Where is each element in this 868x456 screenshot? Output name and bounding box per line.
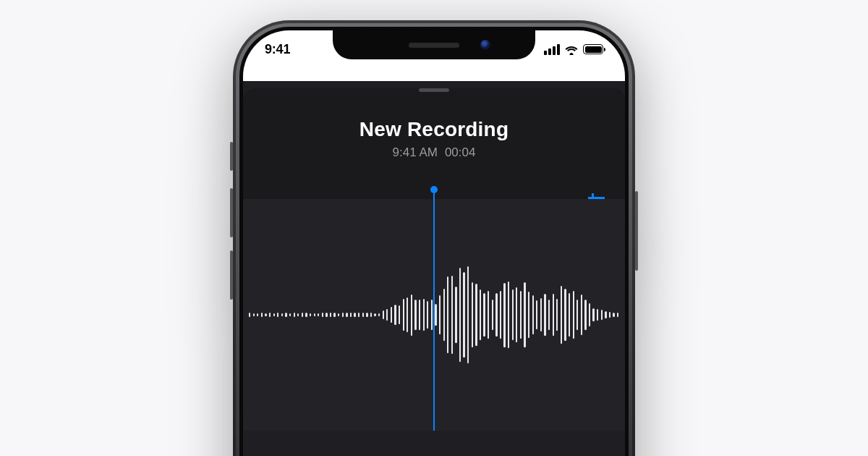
- wifi-icon: [564, 44, 579, 55]
- speaker-grille: [409, 43, 459, 48]
- recording-title: New Recording: [243, 118, 625, 141]
- recording-clock-time: 9:41 AM: [393, 145, 438, 159]
- phone-device-frame: 9:41 New Recording 9:41 AM00:04: [233, 20, 635, 456]
- playhead[interactable]: [433, 189, 435, 431]
- sheet-grabber[interactable]: [419, 88, 449, 92]
- volume-down-button: [230, 250, 233, 300]
- volume-up-button: [230, 188, 233, 237]
- cellular-icon: [544, 44, 560, 55]
- front-camera: [480, 40, 490, 50]
- recording-sheet: New Recording 9:41 AM00:04: [243, 88, 625, 431]
- recording-elapsed: 00:04: [445, 145, 476, 159]
- power-button: [635, 191, 638, 271]
- mute-switch: [230, 142, 233, 171]
- waveform-area[interactable]: [243, 199, 625, 431]
- recording-subtitle: 9:41 AM00:04: [243, 145, 625, 160]
- status-time: 9:41: [265, 42, 290, 57]
- device-notch: [333, 30, 535, 59]
- battery-icon: [583, 44, 603, 54]
